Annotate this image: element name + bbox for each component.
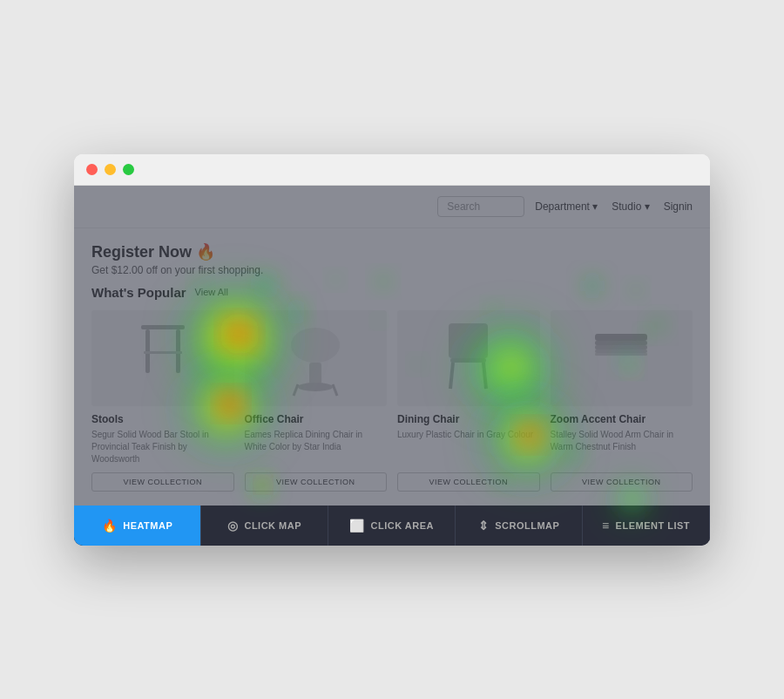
minimize-button[interactable] <box>105 164 116 175</box>
svg-rect-10 <box>450 358 486 363</box>
search-input[interactable]: Search <box>437 196 524 217</box>
svg-rect-14 <box>595 341 647 345</box>
products-section: What's Popular View All <box>74 285 710 506</box>
banner-subtext: Get $12.00 off on your first shopping. <box>91 264 693 276</box>
site-nav: Search Department ▾ Studio ▾ Signin <box>74 186 710 228</box>
svg-line-7 <box>294 384 298 396</box>
product-card-accent-chair: Zoom Accent Chair Stalley Solid Wood Arm… <box>551 310 693 492</box>
toolbar-heatmap-label: HEATMAP <box>123 520 172 531</box>
product-image-accent-chair <box>551 310 693 406</box>
toolbar: 🔥 HEATMAP ◎ CLICK MAP ⬜ CLICK AREA ⇕ SCR… <box>74 506 710 546</box>
svg-rect-15 <box>595 345 647 350</box>
svg-line-12 <box>483 363 486 389</box>
product-btn-2[interactable]: VIEW COLLECTION <box>397 472 540 492</box>
toolbar-click-map[interactable]: ◎ CLICK MAP <box>201 506 328 546</box>
toolbar-click-area[interactable]: ⬜ CLICK AREA <box>328 506 456 546</box>
svg-line-8 <box>333 384 337 396</box>
close-button[interactable] <box>86 164 98 175</box>
svg-rect-13 <box>595 334 647 341</box>
toolbar-click-map-label: CLICK MAP <box>244 520 301 531</box>
toolbar-scrollmap[interactable]: ⇕ SCROLLMAP <box>456 506 583 546</box>
maximize-button[interactable] <box>123 164 134 175</box>
toolbar-click-area-label: CLICK AREA <box>371 520 434 531</box>
product-btn-0[interactable]: VIEW COLLECTION <box>91 472 234 492</box>
svg-rect-3 <box>144 351 182 354</box>
section-header: What's Popular View All <box>91 285 693 300</box>
product-card-dining-chair: Dining Chair Luxury Plastic Chair in Gra… <box>397 310 540 492</box>
svg-rect-5 <box>309 363 321 384</box>
product-image-stool <box>91 310 234 406</box>
website: Search Department ▾ Studio ▾ Signin Regi… <box>74 186 710 506</box>
list-icon: ≡ <box>602 519 610 533</box>
product-card-office-chair: Office Chair Eames Replica Dining Chair … <box>245 310 388 492</box>
product-name-3: Zoom Accent Chair <box>551 413 693 425</box>
toolbar-heatmap[interactable]: 🔥 HEATMAP <box>74 506 201 546</box>
product-desc-2: Luxury Plastic Chair in Gray Colour <box>397 429 540 465</box>
product-name-2: Dining Chair <box>397 413 540 425</box>
website-wrapper: Search Department ▾ Studio ▾ Signin Regi… <box>74 186 710 506</box>
banner-heading: Register Now 🔥 <box>91 242 693 261</box>
product-name-0: Stools <box>91 413 234 425</box>
site-banner: Register Now 🔥 Get $12.00 off on your fi… <box>74 228 710 285</box>
click-icon: ◎ <box>227 519 239 533</box>
products-grid: Stools Segur Solid Wood Bar Stool in Pro… <box>91 310 693 492</box>
svg-point-4 <box>291 328 340 363</box>
product-image-dining-chair <box>397 310 540 406</box>
svg-rect-9 <box>449 323 488 358</box>
product-btn-3[interactable]: VIEW COLLECTION <box>551 472 693 492</box>
nav-signin[interactable]: Signin <box>664 200 693 213</box>
area-icon: ⬜ <box>349 519 365 533</box>
section-heading: What's Popular <box>91 285 186 300</box>
nav-studio[interactable]: Studio ▾ <box>612 200 649 213</box>
nav-department[interactable]: Department ▾ <box>535 200 598 213</box>
browser-content: Search Department ▾ Studio ▾ Signin Regi… <box>74 186 710 546</box>
product-desc-3: Stalley Solid Wood Arm Chair in Warm Che… <box>551 429 693 465</box>
browser-titlebar <box>74 154 710 186</box>
svg-rect-16 <box>595 350 647 353</box>
product-name-1: Office Chair <box>245 413 388 425</box>
svg-rect-17 <box>595 353 647 356</box>
scroll-icon: ⇕ <box>478 519 490 533</box>
browser-window: Search Department ▾ Studio ▾ Signin Regi… <box>74 154 710 546</box>
toolbar-scrollmap-label: SCROLLMAP <box>495 520 559 531</box>
toolbar-element-list[interactable]: ≡ ELEMENT LIST <box>583 506 710 546</box>
product-desc-1: Eames Replica Dining Chair in White Colo… <box>245 429 388 465</box>
flame-icon: 🔥 <box>102 519 118 533</box>
toolbar-element-list-label: ELEMENT LIST <box>616 520 690 531</box>
product-btn-1[interactable]: VIEW COLLECTION <box>245 472 388 492</box>
product-image-office-chair <box>245 310 388 406</box>
product-card-stool: Stools Segur Solid Wood Bar Stool in Pro… <box>91 310 234 492</box>
svg-rect-0 <box>141 325 185 329</box>
svg-line-11 <box>450 363 453 389</box>
product-desc-0: Segur Solid Wood Bar Stool in Provincial… <box>91 429 234 465</box>
nav-links: Department ▾ Studio ▾ Signin <box>535 200 693 213</box>
svg-point-6 <box>298 383 333 391</box>
view-all-link[interactable]: View All <box>195 287 228 297</box>
